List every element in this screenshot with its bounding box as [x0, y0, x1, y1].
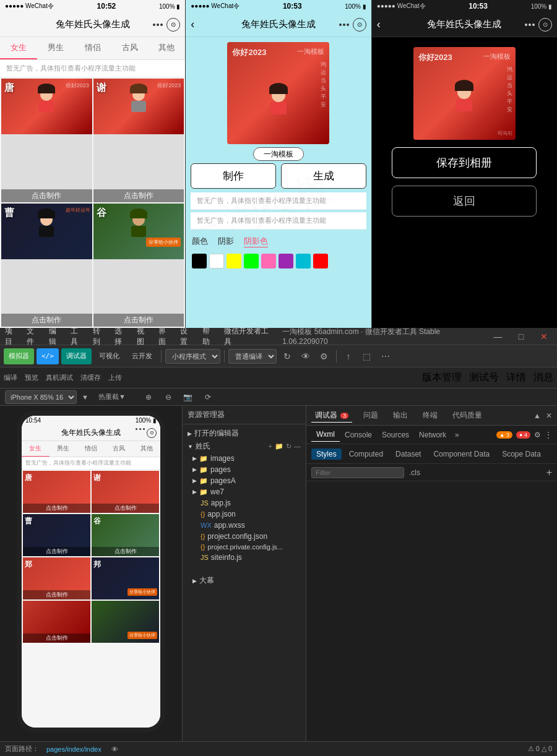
split-icon[interactable]: ⬚: [359, 348, 375, 364]
menu-settings[interactable]: 设置: [180, 326, 194, 347]
debug-close-icon[interactable]: ✕: [546, 411, 552, 420]
file-appjs[interactable]: JS app.js: [183, 497, 306, 509]
menu-weixin-tools[interactable]: 微信开发者工具: [224, 326, 275, 347]
tab-shadow[interactable]: 阴影: [218, 236, 234, 247]
editor-btn[interactable]: </>: [37, 348, 59, 364]
t2-compile[interactable]: 编译: [4, 373, 17, 382]
t2-cache[interactable]: 清缓存: [80, 373, 101, 382]
swatch-pink[interactable]: [261, 254, 276, 268]
upload-icon[interactable]: ↑: [340, 348, 356, 364]
swatch-cyan[interactable]: [296, 254, 311, 268]
sim-grid-xie[interactable]: 谢 点击制作: [92, 471, 159, 513]
menu-view[interactable]: 视图: [137, 326, 151, 347]
camera-icon-2[interactable]: ⊙: [353, 18, 366, 32]
mode-select[interactable]: 小程序模式: [165, 349, 220, 364]
t2-real-machine[interactable]: 真机调试: [46, 373, 73, 382]
sim-tab-female[interactable]: 女生: [22, 441, 50, 457]
back-button[interactable]: 返回: [392, 186, 537, 217]
tab-color[interactable]: 颜色: [192, 236, 208, 247]
subtab-scope[interactable]: Scope Data: [497, 449, 546, 460]
sim-grid-gu[interactable]: 谷 点击制作: [92, 514, 159, 556]
menu-interface[interactable]: 界面: [158, 326, 173, 347]
template-label-btn[interactable]: 一淘模板: [253, 147, 304, 161]
subtab-component[interactable]: Component Data: [428, 449, 494, 460]
debug-up-icon[interactable]: ▲: [533, 411, 541, 420]
debug-tab-issue[interactable]: 问题: [360, 409, 382, 422]
sim-grid-extra1[interactable]: 点击制作: [23, 601, 90, 643]
t2-message[interactable]: 消息: [533, 371, 553, 384]
make-button[interactable]: 制作: [191, 163, 276, 189]
tab-female-1[interactable]: 女生: [0, 37, 37, 59]
swatch-purple[interactable]: [278, 254, 293, 268]
open-editors-section[interactable]: ▶ 打开的编辑器: [183, 427, 306, 440]
subtab-dataset[interactable]: Dataset: [391, 449, 426, 460]
folder-pages[interactable]: ▶ 📁 pages: [183, 464, 306, 475]
close-btn[interactable]: ✕: [537, 329, 552, 345]
sim-grid-cao[interactable]: 曹 点击制作: [23, 514, 90, 556]
root-folder[interactable]: ▼ 姓氏 + 📁 ↻ —: [183, 440, 306, 453]
compile-select[interactable]: 普通编译: [228, 349, 277, 364]
settings-icon[interactable]: ⚙: [316, 348, 332, 364]
sim-zoom-in[interactable]: ⊕: [140, 389, 157, 405]
tab-male-1[interactable]: 男生: [37, 37, 74, 59]
grid-item-tang[interactable]: 唐 你好2023 点击制作: [1, 79, 92, 202]
more-icon[interactable]: ⋯: [378, 348, 394, 364]
menu-goto[interactable]: 转到: [93, 326, 107, 347]
swatch-white[interactable]: [209, 254, 224, 268]
sim-tab-other[interactable]: 其他: [132, 441, 160, 457]
debug-tab-terminal[interactable]: 终端: [419, 409, 441, 422]
device-select[interactable]: iPhone X 85% 16: [5, 390, 77, 404]
t2-version[interactable]: 版本管理: [422, 371, 462, 384]
more-subtabs-icon[interactable]: »: [451, 428, 463, 442]
file-projectconfig[interactable]: {} project.config.json: [183, 531, 306, 542]
page-path-link[interactable]: pages/index/index: [46, 745, 101, 753]
network-subtab[interactable]: Network: [414, 428, 451, 442]
debug-tab-debugger[interactable]: 调试器 3: [311, 409, 352, 423]
minimize-btn[interactable]: —: [490, 329, 506, 345]
subtab-computed[interactable]: Computed: [344, 449, 388, 460]
sim-eye-icon[interactable]: 👁: [111, 745, 118, 753]
debugger-btn[interactable]: 调试器: [61, 348, 92, 364]
t2-preview[interactable]: 预览: [25, 373, 38, 382]
simulator-btn[interactable]: 模拟器: [4, 348, 34, 364]
add-rule-btn[interactable]: +: [546, 467, 552, 478]
t2-upload[interactable]: 上传: [108, 373, 122, 382]
back-arrow-3[interactable]: ‹: [377, 18, 381, 31]
tab-other-1[interactable]: 其他: [148, 37, 185, 59]
folder-images[interactable]: ▶ 📁 images: [183, 453, 306, 464]
back-arrow-2[interactable]: ‹: [191, 18, 194, 31]
menu-project[interactable]: 项目: [5, 326, 19, 347]
sim-grid-zheng[interactable]: 郑 点击制作: [23, 557, 90, 599]
debug-tab-output[interactable]: 输出: [389, 409, 412, 422]
sim-grid-extra2[interactable]: 分享给小伙伴: [92, 601, 159, 643]
debug-settings-icon[interactable]: ⚙: [534, 431, 541, 439]
preview-icon[interactable]: 👁: [298, 348, 314, 364]
sim-screenshot[interactable]: 📷: [180, 389, 196, 405]
generate-button[interactable]: 生成: [281, 163, 366, 189]
beautify-btn[interactable]: 可视化: [94, 348, 124, 364]
sim-tab-couple[interactable]: 情侣: [77, 441, 105, 457]
refresh-icon[interactable]: ↻: [279, 348, 295, 364]
filter-input[interactable]: [311, 467, 404, 478]
menu-help[interactable]: 帮助: [202, 326, 217, 347]
nav-dots-1[interactable]: [153, 24, 163, 26]
debug-tab-quality[interactable]: 代码质量: [449, 409, 486, 422]
refresh-tree-icon[interactable]: ↻: [286, 442, 291, 450]
sim-grid-bang[interactable]: 邦 分享给小伙伴: [92, 557, 159, 599]
hot-reload-btn[interactable]: 热重截▼: [98, 392, 126, 402]
subtab-styles[interactable]: Styles: [311, 449, 342, 460]
camera-icon-1[interactable]: ⊙: [166, 18, 180, 32]
t2-detail[interactable]: 详情: [506, 371, 526, 384]
swatch-red[interactable]: [313, 254, 328, 268]
file-siteinfo[interactable]: JS siteinfo.js: [183, 552, 306, 563]
sim-tab-male[interactable]: 男生: [50, 441, 77, 457]
grid-item-cao[interactable]: 曹 超年好运年 点击制作: [1, 204, 92, 327]
t2-test[interactable]: 测试号: [469, 371, 499, 384]
cloud-btn[interactable]: 云开发: [127, 348, 157, 364]
sim-zoom-out[interactable]: ⊖: [160, 389, 176, 405]
tab-ancient-1[interactable]: 古风: [111, 37, 149, 59]
damu-section[interactable]: ▶ 大幕: [188, 574, 301, 587]
menu-file[interactable]: 文件: [27, 326, 41, 347]
new-folder-icon[interactable]: 📁: [275, 442, 283, 450]
console-subtab[interactable]: Console: [340, 428, 377, 442]
